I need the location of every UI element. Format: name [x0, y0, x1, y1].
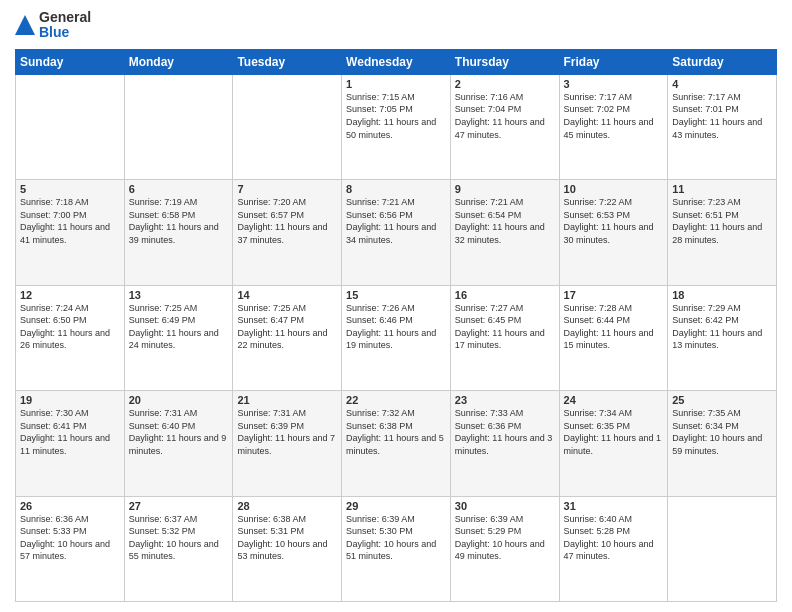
day-number: 23	[455, 394, 555, 406]
calendar-cell: 22Sunrise: 7:32 AMSunset: 6:38 PMDayligh…	[342, 391, 451, 496]
calendar-cell: 24Sunrise: 7:34 AMSunset: 6:35 PMDayligh…	[559, 391, 668, 496]
day-number: 29	[346, 500, 446, 512]
day-info: Sunrise: 7:33 AMSunset: 6:36 PMDaylight:…	[455, 407, 555, 457]
calendar-cell: 29Sunrise: 6:39 AMSunset: 5:30 PMDayligh…	[342, 496, 451, 601]
weekday-header-thursday: Thursday	[450, 49, 559, 74]
day-info: Sunrise: 7:16 AMSunset: 7:04 PMDaylight:…	[455, 91, 555, 141]
day-info: Sunrise: 6:39 AMSunset: 5:29 PMDaylight:…	[455, 513, 555, 563]
day-number: 15	[346, 289, 446, 301]
calendar-cell: 4Sunrise: 7:17 AMSunset: 7:01 PMDaylight…	[668, 74, 777, 179]
day-info: Sunrise: 7:15 AMSunset: 7:05 PMDaylight:…	[346, 91, 446, 141]
day-info: Sunrise: 7:22 AMSunset: 6:53 PMDaylight:…	[564, 196, 664, 246]
weekday-header-monday: Monday	[124, 49, 233, 74]
day-info: Sunrise: 7:21 AMSunset: 6:56 PMDaylight:…	[346, 196, 446, 246]
day-info: Sunrise: 7:30 AMSunset: 6:41 PMDaylight:…	[20, 407, 120, 457]
calendar-cell: 31Sunrise: 6:40 AMSunset: 5:28 PMDayligh…	[559, 496, 668, 601]
logo-general: General	[39, 10, 91, 25]
week-row-2: 5Sunrise: 7:18 AMSunset: 7:00 PMDaylight…	[16, 180, 777, 285]
day-number: 27	[129, 500, 229, 512]
day-info: Sunrise: 7:29 AMSunset: 6:42 PMDaylight:…	[672, 302, 772, 352]
calendar-cell: 3Sunrise: 7:17 AMSunset: 7:02 PMDaylight…	[559, 74, 668, 179]
day-info: Sunrise: 6:38 AMSunset: 5:31 PMDaylight:…	[237, 513, 337, 563]
day-info: Sunrise: 7:31 AMSunset: 6:40 PMDaylight:…	[129, 407, 229, 457]
calendar-cell: 30Sunrise: 6:39 AMSunset: 5:29 PMDayligh…	[450, 496, 559, 601]
day-number: 7	[237, 183, 337, 195]
day-info: Sunrise: 7:21 AMSunset: 6:54 PMDaylight:…	[455, 196, 555, 246]
weekday-header-saturday: Saturday	[668, 49, 777, 74]
calendar-cell	[668, 496, 777, 601]
calendar-cell: 8Sunrise: 7:21 AMSunset: 6:56 PMDaylight…	[342, 180, 451, 285]
calendar-cell: 21Sunrise: 7:31 AMSunset: 6:39 PMDayligh…	[233, 391, 342, 496]
day-number: 14	[237, 289, 337, 301]
calendar-cell: 5Sunrise: 7:18 AMSunset: 7:00 PMDaylight…	[16, 180, 125, 285]
day-info: Sunrise: 7:28 AMSunset: 6:44 PMDaylight:…	[564, 302, 664, 352]
calendar-cell: 13Sunrise: 7:25 AMSunset: 6:49 PMDayligh…	[124, 285, 233, 390]
day-number: 6	[129, 183, 229, 195]
week-row-5: 26Sunrise: 6:36 AMSunset: 5:33 PMDayligh…	[16, 496, 777, 601]
day-number: 11	[672, 183, 772, 195]
day-info: Sunrise: 7:27 AMSunset: 6:45 PMDaylight:…	[455, 302, 555, 352]
day-info: Sunrise: 7:31 AMSunset: 6:39 PMDaylight:…	[237, 407, 337, 457]
calendar-cell: 28Sunrise: 6:38 AMSunset: 5:31 PMDayligh…	[233, 496, 342, 601]
calendar-cell: 2Sunrise: 7:16 AMSunset: 7:04 PMDaylight…	[450, 74, 559, 179]
day-number: 2	[455, 78, 555, 90]
calendar-cell	[16, 74, 125, 179]
calendar-cell: 19Sunrise: 7:30 AMSunset: 6:41 PMDayligh…	[16, 391, 125, 496]
calendar-cell: 7Sunrise: 7:20 AMSunset: 6:57 PMDaylight…	[233, 180, 342, 285]
day-info: Sunrise: 7:17 AMSunset: 7:01 PMDaylight:…	[672, 91, 772, 141]
day-info: Sunrise: 7:34 AMSunset: 6:35 PMDaylight:…	[564, 407, 664, 457]
day-info: Sunrise: 6:37 AMSunset: 5:32 PMDaylight:…	[129, 513, 229, 563]
day-number: 22	[346, 394, 446, 406]
day-info: Sunrise: 7:20 AMSunset: 6:57 PMDaylight:…	[237, 196, 337, 246]
calendar-table: SundayMondayTuesdayWednesdayThursdayFrid…	[15, 49, 777, 602]
day-number: 3	[564, 78, 664, 90]
logo-bird-icon	[15, 15, 35, 35]
day-number: 13	[129, 289, 229, 301]
day-info: Sunrise: 7:25 AMSunset: 6:49 PMDaylight:…	[129, 302, 229, 352]
day-number: 18	[672, 289, 772, 301]
day-number: 20	[129, 394, 229, 406]
day-info: Sunrise: 7:35 AMSunset: 6:34 PMDaylight:…	[672, 407, 772, 457]
day-number: 25	[672, 394, 772, 406]
day-number: 17	[564, 289, 664, 301]
day-number: 24	[564, 394, 664, 406]
day-info: Sunrise: 6:40 AMSunset: 5:28 PMDaylight:…	[564, 513, 664, 563]
day-info: Sunrise: 7:32 AMSunset: 6:38 PMDaylight:…	[346, 407, 446, 457]
calendar-cell: 1Sunrise: 7:15 AMSunset: 7:05 PMDaylight…	[342, 74, 451, 179]
day-info: Sunrise: 7:26 AMSunset: 6:46 PMDaylight:…	[346, 302, 446, 352]
page: GeneralBlue SundayMondayTuesdayWednesday…	[0, 0, 792, 612]
day-number: 4	[672, 78, 772, 90]
calendar-cell: 26Sunrise: 6:36 AMSunset: 5:33 PMDayligh…	[16, 496, 125, 601]
weekday-header-sunday: Sunday	[16, 49, 125, 74]
day-info: Sunrise: 7:24 AMSunset: 6:50 PMDaylight:…	[20, 302, 120, 352]
calendar-cell: 17Sunrise: 7:28 AMSunset: 6:44 PMDayligh…	[559, 285, 668, 390]
calendar-cell: 6Sunrise: 7:19 AMSunset: 6:58 PMDaylight…	[124, 180, 233, 285]
day-info: Sunrise: 6:36 AMSunset: 5:33 PMDaylight:…	[20, 513, 120, 563]
week-row-3: 12Sunrise: 7:24 AMSunset: 6:50 PMDayligh…	[16, 285, 777, 390]
calendar-cell	[233, 74, 342, 179]
logo-blue: Blue	[39, 25, 91, 40]
weekday-header-friday: Friday	[559, 49, 668, 74]
day-number: 16	[455, 289, 555, 301]
day-number: 21	[237, 394, 337, 406]
weekday-header-wednesday: Wednesday	[342, 49, 451, 74]
calendar-cell: 27Sunrise: 6:37 AMSunset: 5:32 PMDayligh…	[124, 496, 233, 601]
day-number: 12	[20, 289, 120, 301]
calendar-cell: 14Sunrise: 7:25 AMSunset: 6:47 PMDayligh…	[233, 285, 342, 390]
day-number: 1	[346, 78, 446, 90]
day-info: Sunrise: 7:25 AMSunset: 6:47 PMDaylight:…	[237, 302, 337, 352]
calendar-cell: 20Sunrise: 7:31 AMSunset: 6:40 PMDayligh…	[124, 391, 233, 496]
calendar-cell: 11Sunrise: 7:23 AMSunset: 6:51 PMDayligh…	[668, 180, 777, 285]
day-info: Sunrise: 7:17 AMSunset: 7:02 PMDaylight:…	[564, 91, 664, 141]
day-info: Sunrise: 6:39 AMSunset: 5:30 PMDaylight:…	[346, 513, 446, 563]
calendar-cell: 12Sunrise: 7:24 AMSunset: 6:50 PMDayligh…	[16, 285, 125, 390]
calendar-cell: 10Sunrise: 7:22 AMSunset: 6:53 PMDayligh…	[559, 180, 668, 285]
day-info: Sunrise: 7:18 AMSunset: 7:00 PMDaylight:…	[20, 196, 120, 246]
day-number: 8	[346, 183, 446, 195]
day-number: 19	[20, 394, 120, 406]
day-number: 5	[20, 183, 120, 195]
day-number: 31	[564, 500, 664, 512]
calendar-cell: 16Sunrise: 7:27 AMSunset: 6:45 PMDayligh…	[450, 285, 559, 390]
calendar-cell	[124, 74, 233, 179]
weekday-header-row: SundayMondayTuesdayWednesdayThursdayFrid…	[16, 49, 777, 74]
